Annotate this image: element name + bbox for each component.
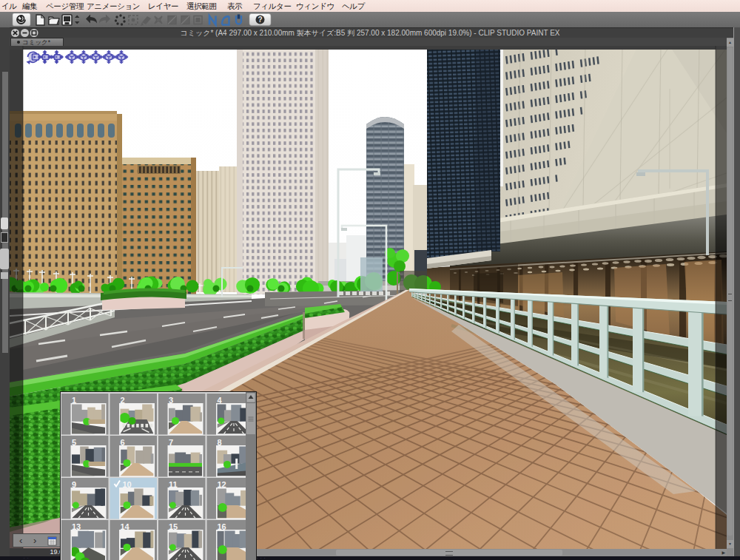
svg-text:?: ? [258, 16, 262, 24]
